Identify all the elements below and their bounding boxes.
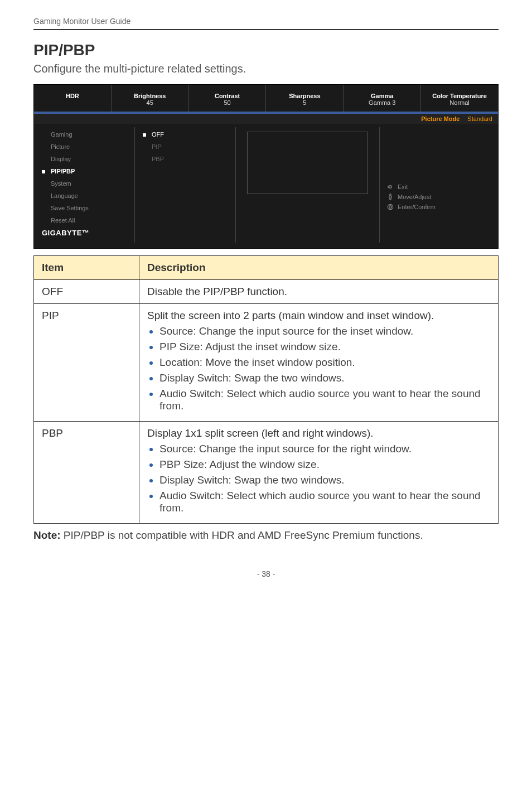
osd-gamma-value: Gamma 3 xyxy=(346,99,418,106)
osd-colortemp-box: Color Temperature Normal xyxy=(420,85,498,112)
osd-hints-col: Exit Move/Adjust Enter/Confirm xyxy=(379,127,498,243)
svg-point-0 xyxy=(389,186,392,189)
list-item: PIP Size: Adjust the inset window size. xyxy=(159,341,490,353)
osd-menu-resetall[interactable]: Reset All xyxy=(34,214,134,226)
osd-hint-exit: Exit xyxy=(386,183,498,191)
osd-option-pbp[interactable]: PBP xyxy=(135,153,235,165)
doc-title: Gaming Monitor User Guide xyxy=(33,17,130,26)
row-pbp-intro: Display 1x1 split screen (left and right… xyxy=(147,427,490,439)
description-table: Item Description OFF Disable the PIP/PBP… xyxy=(33,255,499,524)
row-off-item: OFF xyxy=(34,280,139,304)
row-pip-item: PIP xyxy=(34,304,139,422)
osd-menu-pippbp[interactable]: PIP/PBP xyxy=(34,165,134,177)
th-item: Item xyxy=(34,256,139,280)
section-desc: Configure the multi-picture related sett… xyxy=(33,62,499,75)
row-pbp-desc: Display 1x1 split screen (left and right… xyxy=(139,422,499,524)
list-item: Audio Switch: Select which audio source … xyxy=(159,388,490,412)
osd-hint-move: Move/Adjust xyxy=(386,193,498,201)
row-pbp-bullets: Source: Change the input source for the … xyxy=(147,443,490,514)
osd-topbar: HDR Brightness 45 Contrast 50 Sharpness … xyxy=(34,85,498,112)
osd-menu-system[interactable]: System xyxy=(34,177,134,190)
note-text: PIP/PBP is not compatible with HDR and A… xyxy=(61,529,423,541)
osd-sharpness-value: 5 xyxy=(268,99,341,106)
osd-picture-mode-value: Standard xyxy=(467,115,492,122)
osd-hint-exit-label: Exit xyxy=(398,183,408,190)
row-pbp-item: PBP xyxy=(34,422,139,524)
th-desc: Description xyxy=(139,256,499,280)
osd-hdr-label: HDR xyxy=(36,93,109,99)
list-item: Location: Move the inset window position… xyxy=(159,356,490,369)
osd-sharpness-box: Sharpness 5 xyxy=(265,85,343,112)
osd-option-off[interactable]: OFF xyxy=(135,128,235,141)
list-item: Source: Change the input source for the … xyxy=(159,443,490,455)
svg-point-2 xyxy=(389,206,392,209)
osd-menu-col: Gaming Picture Display PIP/PBP System La… xyxy=(34,127,134,243)
joystick-press-icon xyxy=(386,203,394,211)
table-row: PIP Split the screen into 2 parts (main … xyxy=(34,304,499,422)
list-item: Source: Change the input source for the … xyxy=(159,325,490,337)
osd-gamma-label: Gamma xyxy=(346,93,418,99)
list-item: Audio Switch: Select which audio source … xyxy=(159,490,490,514)
osd-brightness-box: Brightness 45 xyxy=(111,85,188,112)
osd-brightness-value: 45 xyxy=(114,99,186,106)
osd-statusbar: Picture Mode Standard xyxy=(34,114,498,124)
osd-option-pip[interactable]: PIP xyxy=(135,141,235,153)
osd-contrast-value: 50 xyxy=(191,99,264,106)
osd-hint-move-label: Move/Adjust xyxy=(398,194,432,200)
joystick-left-icon xyxy=(386,183,394,191)
osd-preview-col xyxy=(235,127,379,243)
note-prefix: Note: xyxy=(33,529,61,541)
list-item: PBP Size: Adjust the window size. xyxy=(159,458,490,471)
table-row: PBP Display 1x1 split screen (left and r… xyxy=(34,422,499,524)
osd-brand: GIGABYTE™ xyxy=(34,226,134,241)
row-pip-intro: Split the screen into 2 parts (main wind… xyxy=(147,310,490,322)
osd-picture-mode-label: Picture Mode xyxy=(421,115,460,122)
svg-point-1 xyxy=(389,196,392,199)
page-number: - 38 - xyxy=(33,569,499,578)
osd-hint-enter-label: Enter/Confirm xyxy=(398,204,436,210)
osd-menu-language[interactable]: Language xyxy=(34,190,134,202)
osd-menu-picture[interactable]: Picture xyxy=(34,141,134,153)
osd-contrast-label: Contrast xyxy=(191,93,264,99)
osd-body: Gaming Picture Display PIP/PBP System La… xyxy=(34,124,498,248)
row-off-desc: Disable the PIP/PBP function. xyxy=(139,280,499,304)
osd-menu-savesettings[interactable]: Save Settings xyxy=(34,202,134,214)
list-item: Display Switch: Swap the two windows. xyxy=(159,372,490,384)
osd-sharpness-label: Sharpness xyxy=(268,93,341,99)
osd-options-col: OFF PIP PBP xyxy=(134,127,235,243)
svg-point-3 xyxy=(388,204,393,209)
osd-panel: HDR Brightness 45 Contrast 50 Sharpness … xyxy=(33,84,499,249)
osd-contrast-box: Contrast 50 xyxy=(188,85,266,112)
osd-colortemp-label: Color Temperature xyxy=(423,93,496,99)
osd-hdr-box: HDR xyxy=(34,85,111,112)
joystick-updown-icon xyxy=(386,193,394,201)
section-title: PIP/PBP xyxy=(33,41,499,59)
osd-brightness-label: Brightness xyxy=(114,93,186,99)
row-pip-desc: Split the screen into 2 parts (main wind… xyxy=(139,304,499,422)
osd-colortemp-value: Normal xyxy=(423,99,496,106)
osd-preview-box xyxy=(247,132,368,194)
note: Note: PIP/PBP is not compatible with HDR… xyxy=(33,529,499,542)
osd-menu-gaming[interactable]: Gaming xyxy=(34,128,134,141)
table-row: OFF Disable the PIP/PBP function. xyxy=(34,280,499,304)
osd-menu-display[interactable]: Display xyxy=(34,153,134,165)
osd-hint-enter: Enter/Confirm xyxy=(386,203,498,211)
osd-gamma-box: Gamma Gamma 3 xyxy=(343,85,420,112)
doc-header: Gaming Monitor User Guide xyxy=(33,17,499,30)
list-item: Display Switch: Swap the two windows. xyxy=(159,474,490,486)
row-pip-bullets: Source: Change the input source for the … xyxy=(147,325,490,412)
